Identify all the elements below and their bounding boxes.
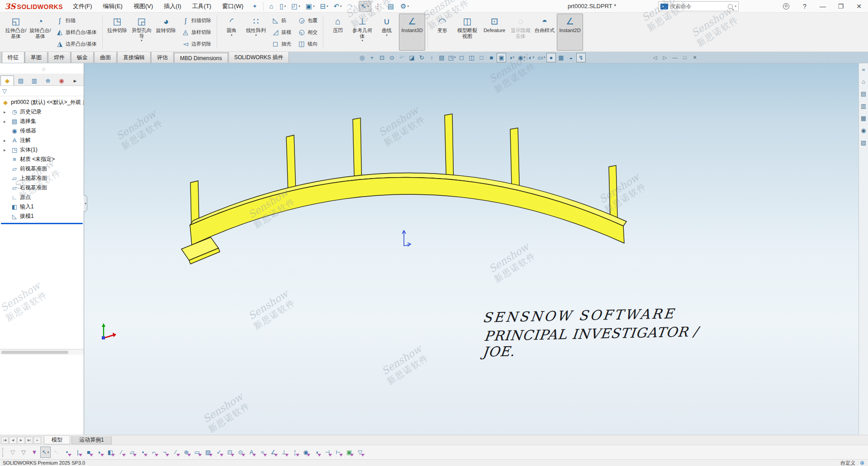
configurationmanager-tab[interactable]: ▥	[28, 75, 41, 85]
extruded-cut-button[interactable]: ◳ 拉伸切除	[105, 14, 129, 51]
lasso-select-button[interactable]: ↖	[51, 447, 62, 458]
next-window-button[interactable]: ▷	[661, 53, 669, 61]
curves-button[interactable]: ∪ 曲线 ▾	[375, 14, 399, 51]
instant3d-button[interactable]: ∠ Instant3D	[399, 14, 425, 51]
filter-coordinate-systems[interactable]: ▭	[192, 447, 203, 458]
filter-pair[interactable]: ▽	[355, 447, 365, 458]
rotate-view-button[interactable]: ↻	[417, 53, 427, 62]
part-deck-front[interactable]	[190, 177, 624, 245]
account-icon[interactable]	[783, 3, 789, 9]
doc-restore-button[interactable]: □	[681, 53, 689, 61]
reference-geometry-button[interactable]: ⊥ 参考几何体 ▾	[350, 14, 375, 51]
rebuild-button[interactable]: ⋮	[372, 1, 384, 12]
expand-arrow-icon[interactable]: ▸	[4, 119, 6, 124]
next-tab-button[interactable]: ▶	[17, 437, 25, 444]
tab-sketch[interactable]: 草图	[25, 52, 47, 63]
view-settings-button[interactable]: ▭ ▾	[536, 53, 546, 62]
filter-surface-finish[interactable]: ✓	[214, 447, 224, 458]
new-document-button[interactable]: ▯ ▾	[277, 1, 288, 12]
filter-edges[interactable]: |	[73, 447, 83, 458]
solidworks-resources-button[interactable]: ⌂	[859, 77, 868, 85]
search-caret-icon[interactable]: ▾	[735, 5, 736, 8]
expand-arrow-icon[interactable]: ▸	[4, 138, 6, 143]
first-tab-button[interactable]: |◀	[1, 437, 9, 444]
tree-item-draft1[interactable]: ◺ 拔模1	[0, 212, 84, 221]
boundary-boss-base-button[interactable]: ◮ 边界凸台/基体	[53, 38, 99, 50]
filter-section-lines[interactable]: ◑	[312, 447, 322, 458]
swept-boss-base-button[interactable]: ʃ 扫描	[53, 15, 99, 26]
filter-annotations[interactable]: A	[247, 447, 257, 458]
scrollbar-thumb[interactable]	[1, 351, 68, 354]
doc-close-button[interactable]: ✕	[691, 53, 699, 61]
menu-insert[interactable]: 插入(I)	[158, 0, 186, 13]
tree-item-material[interactable]: ≡ 材质 <未指定>	[0, 155, 84, 164]
rib-button[interactable]: ◺ 筋	[269, 15, 294, 26]
menu-file[interactable]: 文件(F)	[67, 0, 98, 13]
tree-item-top-plane[interactable]: ▱ 上视基准面	[0, 174, 84, 183]
customize-button[interactable]: 自定义	[840, 460, 855, 466]
ambient-occlusion-button[interactable]: ◒	[566, 53, 576, 62]
panel-grip[interactable]	[0, 63, 84, 74]
lofted-boss-base-button[interactable]: ◭ 放样凸台/基体	[53, 27, 99, 38]
filter-axes[interactable]: ∕	[116, 447, 127, 458]
toolbar-grip[interactable]	[2, 448, 4, 457]
model-break-view-button[interactable]: ◫ 模型断裂视图	[455, 14, 480, 51]
print-button[interactable]: ⊟ ▾	[318, 1, 330, 12]
filter-draft-angle[interactable]: ∠	[268, 447, 279, 458]
part-foot-flange[interactable]	[181, 237, 220, 264]
view-palette-button[interactable]: ▦	[859, 114, 868, 122]
zoom-button[interactable]: ⊙	[387, 53, 397, 62]
filter-sketch-points[interactable]: ▪	[138, 447, 148, 458]
pin-menu-icon[interactable]: ✦	[249, 3, 261, 9]
flyout-expand-tab[interactable]: ▸	[68, 75, 82, 85]
tab-solidworks-addins[interactable]: SOLIDWORKS 插件	[228, 52, 289, 63]
deform-button[interactable]: ◠ 变形	[430, 14, 455, 51]
command-search-box[interactable]: >_ ▾	[658, 1, 739, 11]
filter-datum-targets[interactable]: ¦	[290, 447, 300, 458]
defeature-button[interactable]: ⊡ Defeature	[480, 14, 509, 51]
shell-button[interactable]: ◻ 抽壳	[269, 38, 294, 50]
options-button[interactable]: ⚙ ▾	[398, 1, 411, 12]
undo-button[interactable]: ↶ ▾	[332, 1, 344, 12]
boundary-cut-button[interactable]: ◅ 边界切除	[179, 38, 213, 50]
home-button[interactable]: ⌂	[267, 1, 276, 12]
revolved-boss-base-button[interactable]: ◔ 旋转凸台/基体	[28, 14, 52, 51]
tree-item-front-plane[interactable]: ▱ 前视基准面	[0, 164, 84, 174]
filter-vertices[interactable]: •	[62, 447, 72, 458]
menu-edit[interactable]: 编辑(E)	[98, 0, 128, 13]
tab-split-button[interactable]: ▸	[33, 437, 41, 444]
last-tab-button[interactable]: ▶|	[25, 437, 33, 444]
tree-item-annotations[interactable]: ▸ A 注解	[0, 136, 84, 145]
restore-button[interactable]: ❐	[832, 0, 850, 13]
annotation-views-button[interactable]: ▤	[437, 53, 446, 62]
tree-horizontal-scrollbar[interactable]	[0, 349, 84, 355]
instant2d-button[interactable]: ∠ Instant2D	[557, 14, 583, 51]
hidden-lines-removed-button[interactable]: □	[477, 53, 486, 62]
redo-button[interactable]: ↷ ▾	[345, 1, 358, 12]
doc-minimize-button[interactable]: —	[671, 53, 679, 61]
search-magnifier-icon[interactable]	[728, 4, 733, 9]
custom-properties-button[interactable]: ▧	[859, 138, 868, 146]
menu-window[interactable]: 窗口(W)	[217, 0, 249, 13]
perspective-button[interactable]: ↯	[576, 53, 586, 62]
previous-window-button[interactable]: ◁	[651, 53, 659, 61]
show-hidden-bodies-button[interactable]: ◌ 显示隐藏实体	[509, 14, 532, 51]
tab-evaluate[interactable]: 评估	[151, 52, 174, 63]
intersect-button[interactable]: ◵ 相交	[295, 27, 320, 38]
select-cursor-button[interactable]: ↖ ▾	[40, 447, 51, 458]
menu-tools[interactable]: 工具(T)	[187, 0, 217, 13]
fillet-button[interactable]: ◜ 圆角 ▾	[219, 14, 244, 51]
tab-mbd-dimensions[interactable]: MBD Dimensions	[174, 53, 228, 63]
shaded-style-button[interactable]: ■	[487, 53, 496, 62]
filter-hatch[interactable]: ▨	[203, 447, 213, 458]
tree-item-sensors[interactable]: ◉ 传感器	[0, 126, 84, 136]
draft-button[interactable]: ◿ 拔模	[269, 27, 294, 38]
appearances-button[interactable]: ◉ ▾	[517, 53, 526, 62]
design-library-button[interactable]: ▤	[859, 89, 868, 98]
tab-sheet-metal[interactable]: 钣金	[71, 52, 94, 63]
tab-features[interactable]: 特征	[2, 52, 24, 63]
file-explorer-button[interactable]: ▥	[859, 102, 868, 110]
shadows-button[interactable]: ▦	[556, 53, 566, 62]
mirror-button[interactable]: ◫ 镜向	[295, 38, 320, 50]
filter-weld-symbols[interactable]: ⊥	[279, 447, 289, 458]
